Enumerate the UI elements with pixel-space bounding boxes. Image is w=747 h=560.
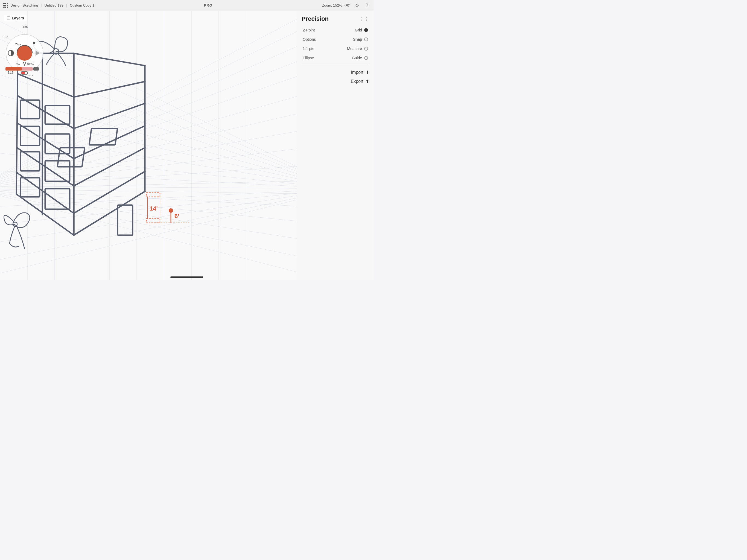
panel-value-grid: Grid <box>355 28 362 32</box>
svg-rect-94 <box>5 67 22 71</box>
export-action[interactable]: Export ⬆ <box>302 79 369 84</box>
app-name: Design Sketching <box>10 3 38 7</box>
svg-text:0%: 0% <box>16 63 20 66</box>
svg-text:11.8': 11.8' <box>8 71 14 74</box>
svg-rect-97 <box>27 73 28 74</box>
copy-name[interactable]: Custom Copy 1 <box>70 3 94 7</box>
export-icon: ⬆ <box>366 79 369 84</box>
layers-icon: ☰ <box>6 16 10 20</box>
panel-value-guide: Guide <box>352 56 362 60</box>
radio-measure[interactable] <box>364 47 368 51</box>
right-panel: Precision ⋮⋮ 2-Point Grid Options Snap 1… <box>297 11 374 280</box>
help-icon[interactable]: ? <box>364 2 370 9</box>
pro-badge: PRO <box>204 3 212 7</box>
panel-label-ellipse: Ellipse <box>303 56 314 60</box>
panel-row-guide: Ellipse Guide <box>302 56 369 60</box>
svg-point-79 <box>169 208 173 213</box>
panel-value-measure: Measure <box>347 47 362 51</box>
panel-label-2point: 2-Point <box>303 28 315 32</box>
import-action[interactable]: Import ⬇ <box>302 70 369 75</box>
panel-header: Precision ⋮⋮ <box>302 15 369 22</box>
zoom-label: Zoom: 152% <box>322 3 342 7</box>
separator1: | <box>41 3 42 7</box>
svg-text:14': 14' <box>150 205 158 212</box>
topbar-right: Zoom: 152% ↺0° ⚙ ? <box>322 2 370 9</box>
svg-text:.185: .185 <box>22 25 28 28</box>
panel-right-grid: Grid <box>355 28 368 32</box>
topbar: Design Sketching | Untitled 199 | Custom… <box>0 0 374 11</box>
panel-row-grid: 2-Point Grid <box>302 28 369 32</box>
layers-button[interactable]: ☰ Layers <box>4 15 27 21</box>
panel-right-guide: Guide <box>352 56 368 60</box>
panel-value-snap: Snap <box>353 37 362 42</box>
app-grid-icon[interactable] <box>3 3 8 8</box>
export-label: Export <box>351 79 363 84</box>
canvas-area[interactable]: .grid-line { stroke: #b0b8c8; stroke-wid… <box>0 11 297 280</box>
panel-right-measure: Measure <box>347 47 368 51</box>
radio-snap[interactable] <box>364 37 368 41</box>
doc-name[interactable]: Untitled 199 <box>45 3 63 7</box>
radio-grid[interactable] <box>364 28 368 32</box>
svg-text:100%: 100% <box>27 63 34 66</box>
topbar-center: PRO <box>94 3 322 7</box>
layers-label: Layers <box>12 16 24 20</box>
panel-label-options: Options <box>303 37 316 42</box>
svg-text:1.32: 1.32 <box>2 35 8 39</box>
panel-row-snap: Options Snap <box>302 37 369 42</box>
panel-label-pts: 1:1 pts <box>303 47 314 51</box>
svg-text:11.8: 11.8 <box>27 75 33 76</box>
zoom-info: Zoom: 152% ↺0° <box>322 3 351 7</box>
radio-guide[interactable] <box>364 56 368 60</box>
svg-rect-95 <box>33 67 39 71</box>
topbar-left: Design Sketching | Untitled 199 | Custom… <box>3 3 94 8</box>
separator2: | <box>66 3 67 7</box>
svg-text:6': 6' <box>175 213 179 220</box>
tool-wheel[interactable]: .185 1.32 10.3 11.8' 11.8 <box>0 23 51 76</box>
panel-row-measure: 1:1 pts Measure <box>302 47 369 51</box>
import-label: Import <box>351 70 363 75</box>
panel-dots-icon[interactable]: ⋮⋮ <box>359 16 369 22</box>
svg-rect-98 <box>22 72 25 74</box>
zoom-angle: ↺0° <box>344 3 351 7</box>
panel-right-snap: Snap <box>353 37 368 42</box>
settings-icon[interactable]: ⚙ <box>354 2 360 9</box>
import-icon: ⬇ <box>366 70 369 75</box>
home-bar <box>170 276 203 278</box>
panel-title: Precision <box>302 15 329 22</box>
